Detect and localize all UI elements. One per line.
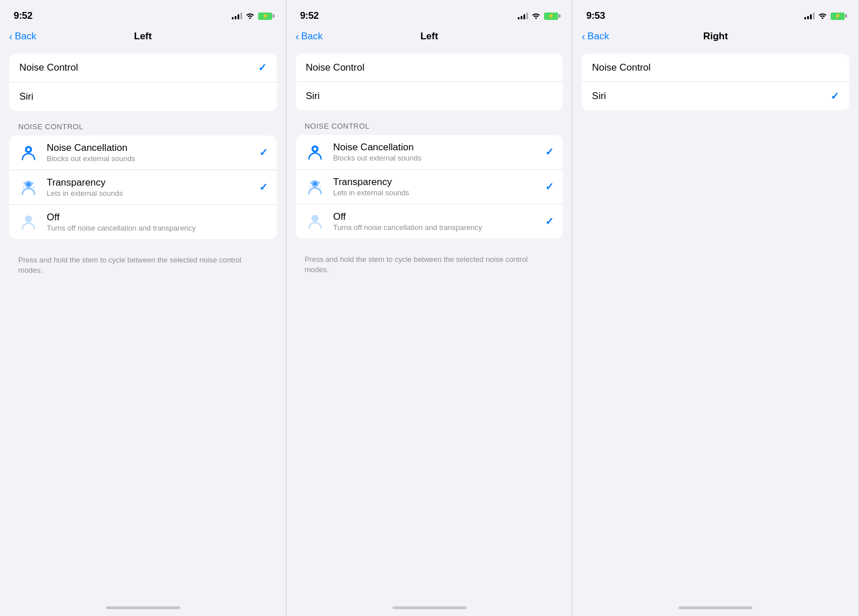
nav-bar-2: ‹ Back Left (287, 28, 572, 49)
transparency-icon-1 (18, 177, 39, 198)
transparency-row-2[interactable]: Transparency Lets in external sounds ✓ (296, 170, 563, 204)
off-icon-1 (18, 212, 39, 232)
siri-label-1: Siri (19, 91, 34, 102)
transparency-row-1[interactable]: Transparency Lets in external sounds ✓ (9, 170, 277, 205)
status-icons-2: ⚡ (518, 11, 558, 20)
signal-bar-4 (240, 13, 242, 19)
siri-label-3: Siri (592, 91, 606, 102)
svg-point-12 (313, 182, 316, 185)
signal-bar-3-4 (813, 13, 815, 19)
noise-cancellation-checkmark-2: ✓ (545, 146, 554, 158)
noise-cancellation-subtitle-1: Blocks out external sounds (47, 154, 255, 163)
noise-cancellation-text-2: Noise Cancellation Blocks out external s… (333, 142, 541, 162)
svg-point-10 (313, 147, 316, 150)
noise-control-row-2[interactable]: Noise Control (296, 54, 563, 82)
signal-bars-icon (232, 13, 242, 19)
transparency-checkmark-2: ✓ (545, 180, 554, 193)
svg-point-8 (25, 215, 32, 222)
signal-bar-2 (235, 16, 236, 19)
off-title-1: Off (47, 212, 268, 223)
signal-bar-3-1 (804, 17, 806, 19)
signal-bar-2-4 (526, 13, 528, 19)
wifi-icon-2 (531, 11, 541, 20)
content-1: Noise Control ✓ Siri NOISE CONTROL Noise… (0, 49, 286, 606)
back-label-3: Back (587, 31, 609, 42)
svg-point-7 (33, 187, 35, 188)
signal-bar-1 (232, 17, 234, 19)
siri-row-3[interactable]: Siri ✓ (582, 82, 849, 110)
transparency-title-1: Transparency (47, 177, 255, 188)
off-subtitle-2: Turns off noise cancellation and transpa… (333, 223, 541, 232)
signal-bar-2-3 (523, 14, 525, 19)
svg-point-6 (23, 187, 24, 188)
phone-screen-1: 9:52 ⚡ ‹ Back Left Noise Control (0, 0, 287, 616)
back-button-2[interactable]: ‹ Back (296, 31, 323, 43)
top-options-group-3: Noise Control Siri ✓ (582, 54, 849, 110)
noise-options-group-2: Noise Cancellation Blocks out external s… (296, 135, 563, 239)
back-chevron-icon-2: ‹ (296, 31, 299, 43)
noise-cancellation-icon-2 (305, 142, 325, 162)
off-text-2: Off Turns off noise cancellation and tra… (333, 211, 541, 232)
back-label-2: Back (301, 31, 323, 42)
noise-cancellation-row-1[interactable]: Noise Cancellation Blocks out external s… (9, 135, 277, 170)
battery-icon-3: ⚡ (831, 13, 845, 20)
content-3: Noise Control Siri ✓ (572, 49, 858, 606)
siri-row-1[interactable]: Siri (9, 83, 277, 111)
phone-screen-2: 9:52 ⚡ ‹ Back Left Noise Control (287, 0, 573, 616)
svg-point-15 (309, 186, 310, 188)
noise-control-label-2: Noise Control (306, 62, 365, 73)
status-icons-1: ⚡ (232, 11, 272, 20)
transparency-checkmark-1: ✓ (259, 181, 268, 194)
signal-bars-icon-2 (518, 13, 528, 19)
top-options-group-1: Noise Control ✓ Siri (9, 54, 277, 111)
off-title-2: Off (333, 211, 541, 223)
noise-cancellation-row-2[interactable]: Noise Cancellation Blocks out external s… (296, 135, 563, 170)
back-chevron-icon-3: ‹ (582, 31, 585, 43)
noise-control-label-3: Noise Control (592, 62, 651, 73)
transparency-icon-2 (305, 176, 325, 197)
signal-bar-3 (238, 14, 239, 19)
svg-point-16 (319, 186, 321, 188)
phone-screen-3: 9:53 ⚡ ‹ Back Right Noise Control (572, 0, 859, 616)
status-time-2: 9:52 (300, 10, 319, 22)
transparency-subtitle-1: Lets in external sounds (47, 189, 255, 198)
home-indicator-1 (106, 606, 180, 609)
wifi-icon (246, 11, 255, 20)
off-row-2[interactable]: Off Turns off noise cancellation and tra… (296, 204, 563, 239)
section-header-2: NOISE CONTROL (296, 122, 563, 130)
noise-cancellation-title-2: Noise Cancellation (333, 142, 541, 153)
back-label-1: Back (15, 31, 36, 42)
status-bar-1: 9:52 ⚡ (0, 0, 286, 28)
noise-cancellation-title-1: Noise Cancellation (47, 142, 255, 154)
noise-cancellation-icon-1 (18, 142, 39, 163)
transparency-subtitle-2: Lets in external sounds (333, 188, 541, 197)
status-bar-3: 9:53 ⚡ (572, 0, 858, 28)
noise-control-row-1[interactable]: Noise Control ✓ (9, 54, 277, 83)
noise-cancellation-text-1: Noise Cancellation Blocks out external s… (47, 142, 255, 163)
svg-point-17 (311, 215, 318, 221)
signal-bars-icon-3 (804, 13, 815, 19)
transparency-title-2: Transparency (333, 176, 541, 188)
battery-bolt-3: ⚡ (835, 13, 841, 19)
siri-row-2[interactable]: Siri (296, 82, 563, 110)
hint-text-1: Press and hold the stem to cycle between… (9, 250, 277, 276)
back-button-3[interactable]: ‹ Back (582, 31, 609, 43)
off-icon-2 (305, 211, 325, 232)
wifi-icon-3 (818, 11, 827, 20)
noise-control-check-1: ✓ (258, 61, 267, 74)
status-time-3: 9:53 (586, 10, 605, 22)
off-subtitle-1: Turns off noise cancellation and transpa… (47, 224, 268, 232)
hint-text-2: Press and hold the stem to cycle between… (296, 250, 563, 275)
back-button-1[interactable]: ‹ Back (9, 31, 36, 43)
svg-point-3 (27, 183, 30, 186)
nav-title-1: Left (134, 31, 152, 42)
battery-icon: ⚡ (258, 13, 272, 20)
noise-control-row-3[interactable]: Noise Control (582, 54, 849, 82)
status-bar-2: 9:52 ⚡ (287, 0, 572, 28)
back-chevron-icon-1: ‹ (9, 31, 13, 43)
off-row-1[interactable]: Off Turns off noise cancellation and tra… (9, 205, 277, 239)
home-indicator-3 (678, 606, 752, 609)
signal-bar-2-2 (521, 16, 522, 19)
svg-point-5 (31, 182, 34, 184)
noise-options-group-1: Noise Cancellation Blocks out external s… (9, 135, 277, 239)
